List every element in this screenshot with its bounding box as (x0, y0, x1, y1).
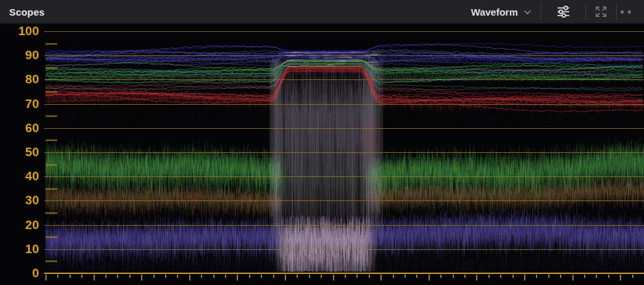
expand-panel-button[interactable] (586, 0, 616, 23)
y-axis-label-40: 40 (0, 169, 39, 184)
sliders-icon (556, 4, 571, 20)
y-axis-label-10: 10 (0, 241, 39, 257)
panel-more-dots-icon[interactable] (617, 0, 644, 23)
panel-title: Scopes (9, 7, 45, 18)
y-axis-label-0: 0 (0, 265, 39, 281)
y-axis-label-90: 90 (0, 48, 39, 63)
waveform-graph (0, 25, 644, 285)
y-axis-label-60: 60 (0, 120, 39, 136)
y-axis-label-20: 20 (0, 217, 39, 233)
y-axis-label-80: 80 (0, 72, 39, 87)
y-axis-label-50: 50 (0, 144, 39, 160)
y-axis-label-70: 70 (0, 96, 39, 112)
waveform-scope-display: 1009080706050403020100 (0, 25, 644, 285)
scopes-panel-header: Scopes Waveform (0, 0, 644, 25)
chevron-down-icon (524, 10, 531, 15)
expand-icon (594, 5, 608, 19)
scope-settings-button[interactable] (541, 0, 585, 23)
y-axis-label-100: 100 (0, 23, 39, 39)
scope-type-dropdown[interactable]: Waveform (462, 0, 541, 23)
scope-type-label: Waveform (471, 7, 518, 18)
y-axis-label-30: 30 (0, 193, 39, 208)
